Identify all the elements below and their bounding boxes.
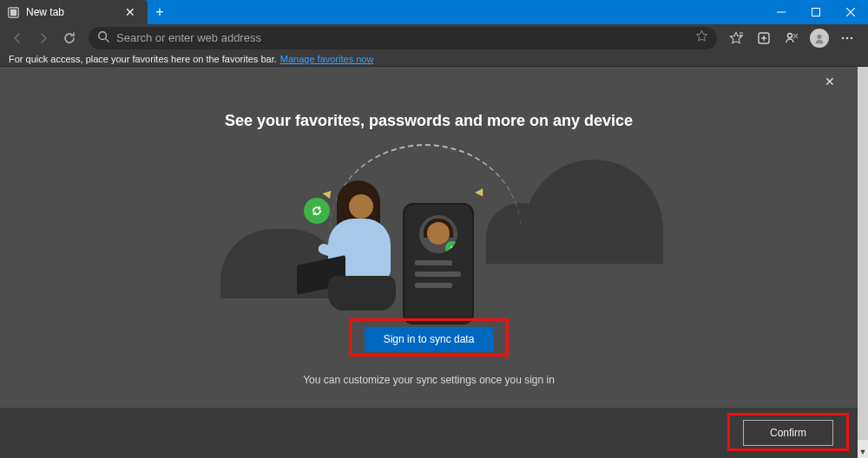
cloud-icon [524,160,663,264]
plus-icon: + [155,4,163,20]
sync-illustration: ◀ ◀ ◀ [290,151,568,320]
favorites-button[interactable] [724,26,748,50]
forward-button[interactable] [31,26,56,50]
close-icon: ✕ [825,75,835,88]
sync-footer: Confirm [0,408,858,458]
scroll-down-icon[interactable]: ▼ [858,446,868,458]
more-button[interactable] [835,26,859,50]
window-close-button[interactable] [833,0,868,24]
title-bar: New tab ✕ + [0,0,868,24]
sync-badge-icon [445,241,457,253]
favorites-hint-text: For quick access, place your favorites h… [9,54,277,64]
svg-rect-3 [812,9,820,16]
favorites-hint-bar: For quick access, place your favorites h… [0,51,868,67]
collections-button[interactable] [752,26,776,50]
svg-point-16 [846,36,849,39]
maximize-button[interactable] [799,0,833,24]
svg-line-5 [846,8,855,16]
new-tab-button[interactable]: + [148,0,172,24]
sync-panel-title: See your favorites, passwords and more o… [0,112,858,130]
tab-close-icon[interactable]: ✕ [122,3,139,21]
avatar-icon [810,29,829,48]
back-button[interactable] [5,26,30,50]
scroll-thumb[interactable] [858,67,868,440]
confirm-button[interactable]: Confirm [743,420,833,446]
svg-rect-1 [10,9,16,15]
svg-point-13 [788,33,792,37]
address-bar[interactable] [89,27,717,49]
tab-title: New tab [26,6,64,18]
svg-point-17 [851,36,853,39]
svg-line-7 [106,38,109,42]
tab-favicon-icon [7,6,19,18]
person-illustration [302,180,406,319]
sync-hint-text: You can customize your sync settings onc… [0,374,858,386]
toolbar [0,24,868,51]
svg-point-15 [842,36,845,39]
minimize-button[interactable] [764,0,799,24]
sync-panel: ✕ See your favorites, passwords and more… [0,67,858,458]
profile-button[interactable] [807,26,832,50]
tab-new[interactable]: New tab ✕ [0,0,148,24]
phone-illustration [403,203,474,324]
tabs-area: New tab ✕ + [0,0,172,24]
vertical-scrollbar[interactable]: ▲ ▼ [858,67,868,458]
personal-button[interactable] [779,26,804,50]
manage-favorites-link[interactable]: Manage favorites now [280,54,374,64]
sign-in-button[interactable]: Sign in to sync data [365,327,494,351]
panel-close-button[interactable]: ✕ [821,71,838,92]
window-controls [764,0,868,24]
toolbar-right [724,26,863,50]
phone-avatar-icon [419,215,457,253]
search-input[interactable] [116,31,688,44]
chevron-icon: ◀ [475,186,483,198]
refresh-button[interactable] [57,26,82,50]
svg-point-14 [817,34,821,38]
search-icon [97,30,109,46]
svg-line-4 [846,8,855,16]
sync-action-area: Sign in to sync data You can customize y… [0,327,858,386]
favorite-star-icon[interactable] [695,29,708,46]
